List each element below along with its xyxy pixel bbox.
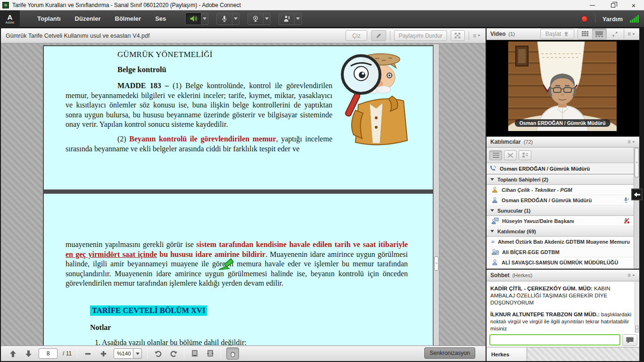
restore-button[interactable]: [603, 0, 623, 10]
divider: [184, 348, 184, 359]
status-menu-button[interactable]: [295, 13, 302, 25]
doc-highlighted-heading: TARİFE CEVTELİ BÖLÜM XVI: [90, 305, 207, 316]
draw-button[interactable]: Çiz: [346, 30, 367, 41]
filmstrip-view-button[interactable]: [592, 29, 606, 39]
p3-red-underlined: en geç yirmidört saat içinde: [66, 250, 157, 258]
participants-scrollbar-thumb[interactable]: ≡: [635, 148, 639, 177]
zoom-level-control[interactable]: %140: [114, 348, 142, 359]
document-scrollbar-thumb[interactable]: ≡: [434, 256, 438, 271]
participants-pod-menu-button[interactable]: ≡: [627, 139, 636, 145]
zoom-out-button[interactable]: [83, 348, 93, 359]
participant-row[interactable]: ALİ SAVAŞCI-SAMSUN GÜMRÜK MÜDÜRLÜĞÜ: [487, 257, 639, 268]
active-speaker-row[interactable]: Osman ERDOĞAN / Gümrük Müdürü: [487, 163, 639, 174]
collapse-panel-button[interactable]: [631, 189, 643, 200]
grid-view-button[interactable]: [578, 29, 592, 39]
chat-scrollbar[interactable]: ≡: [635, 281, 639, 333]
attendee-device-icon: [491, 248, 499, 255]
raise-hand-icon: [283, 15, 290, 23]
group-header-participants[interactable]: Katılımcılar (69): [487, 226, 639, 237]
divider: [221, 348, 221, 359]
redo-button[interactable]: [168, 348, 179, 359]
participant-name: Hüseyin Yavuz/Daire Başkanı: [502, 218, 574, 224]
adobe-logo[interactable]: A Adobe: [0, 10, 20, 27]
start-webcam-button[interactable]: Başlat: [540, 29, 574, 39]
doc-notes-label: Notlar: [90, 323, 408, 332]
webcam-video-image: [508, 41, 617, 131]
page-number-input[interactable]: [39, 348, 58, 359]
speaker-menu-button[interactable]: [201, 13, 208, 25]
video-layout-toggle: [578, 28, 607, 40]
status-button[interactable]: [279, 13, 295, 25]
menu-duzenler[interactable]: Düzenler: [68, 10, 108, 27]
breakout-icon: [507, 153, 513, 158]
undo-button[interactable]: [153, 348, 163, 359]
attendee-status-view-button[interactable]: [519, 150, 531, 160]
pdf-pages[interactable]: GÜMRÜK YÖNETMELİĞİ Belge kontrolü MADDE …: [43, 45, 434, 346]
group-header-presenters[interactable]: Sunucular (1): [487, 206, 639, 216]
speaker-button[interactable]: [185, 13, 201, 25]
divider: [77, 348, 77, 359]
zoom-in-button[interactable]: [98, 348, 108, 359]
microphone-menu-button[interactable]: [232, 13, 239, 25]
chat-scrollbar-thumb[interactable]: ≡: [636, 326, 638, 332]
participant-row[interactable]: Ahmet Öztürk Batı Akdeniz GDTBM Muayene …: [487, 237, 639, 247]
participant-row[interactable]: Cihan Çelik - Tekniker - PGM: [487, 185, 639, 195]
hand-icon: [229, 350, 236, 357]
previous-page-button[interactable]: [8, 348, 18, 359]
webcam-menu-button[interactable]: [264, 13, 271, 25]
hand-tool-button[interactable]: [226, 347, 239, 360]
participants-scrollbar[interactable]: ≡: [634, 148, 639, 269]
title-bar: ≋ Tarife Yorum Kuralları ve Sınıflandırm…: [0, 0, 644, 10]
chevron-down-icon: [203, 17, 206, 20]
menu-bolmeler[interactable]: Bölmeler: [108, 10, 149, 27]
menu-yardim[interactable]: Yardım: [603, 16, 623, 23]
chat-message-input[interactable]: [489, 334, 620, 346]
chat-tab-everyone[interactable]: Herkes: [487, 347, 527, 361]
divider: [147, 348, 148, 359]
fullscreen-button[interactable]: [451, 30, 465, 41]
doc-note-1: 1. Aşağıda yazılı olanlar bu bölüme dahi…: [95, 338, 408, 346]
participant-row[interactable]: Osman ERDOĞAN / Gümrük Müdürü: [487, 195, 639, 206]
participants-toolbar: [487, 148, 639, 163]
chat-send-button[interactable]: [622, 334, 637, 346]
next-page-button[interactable]: [23, 348, 33, 359]
participant-name: Cihan Çelik - Tekniker - PGM: [502, 187, 572, 193]
fit-width-button[interactable]: [205, 348, 215, 359]
video-pod: Video (1) Başlat ≡: [487, 28, 639, 136]
webcam-video-feed[interactable]: Osman ERDOĞAN / Gümrük Müdürü: [508, 41, 617, 131]
participant-row[interactable]: Hüseyin Yavuz/Daire Başkanı: [487, 216, 639, 226]
arrow-up-icon: [9, 350, 17, 358]
attendee-list-view-button[interactable]: [489, 150, 502, 160]
microphone-button[interactable]: [216, 13, 232, 25]
share-pod-menu-button[interactable]: ≡: [473, 33, 481, 39]
pen-icon: [375, 33, 382, 39]
close-button[interactable]: ×: [623, 0, 644, 10]
menu-toplanti[interactable]: Toplantı: [30, 10, 68, 27]
participant-row[interactable]: Ali BİÇER-EGE GDTBM: [487, 247, 639, 257]
connection-signal-icon[interactable]: [630, 15, 639, 23]
close-icon: ×: [632, 2, 636, 9]
minimize-button[interactable]: [582, 0, 603, 10]
divider: [595, 15, 595, 23]
redo-icon: [170, 350, 178, 358]
start-webcam-label: Başlat: [545, 31, 561, 37]
chat-message-list[interactable]: KADİR ÇİTİL - ÇERKEZKÖY GÜM. MÜD: KABIN …: [487, 281, 639, 333]
breakout-view-button[interactable]: [504, 150, 517, 160]
menu-ses[interactable]: Ses: [148, 10, 173, 27]
chat-pod-menu-button[interactable]: ≡: [627, 272, 636, 279]
speaker-icon: [190, 15, 198, 23]
sync-button[interactable]: Senkronizasyon: [424, 347, 475, 359]
zoom-level-dropdown-button[interactable]: [133, 348, 142, 359]
plus-icon: [100, 350, 107, 357]
pen-tool-button[interactable]: [371, 30, 386, 41]
webcam-button[interactable]: [248, 13, 264, 25]
stop-sharing-button[interactable]: Paylaşımı Durdur: [394, 30, 447, 41]
video-pod-menu-button[interactable]: ≡: [627, 31, 636, 37]
group-header-hosts[interactable]: Toplantı Sahipleri (2): [487, 174, 639, 185]
video-pod-header: Video (1) Başlat ≡: [487, 28, 639, 40]
status-view-icon: [522, 152, 528, 158]
fit-page-button[interactable]: [190, 348, 200, 359]
video-fullscreen-button[interactable]: [610, 29, 620, 39]
document-scrollbar[interactable]: ≡: [433, 44, 439, 346]
menu-lines-icon: ≡: [627, 272, 631, 279]
